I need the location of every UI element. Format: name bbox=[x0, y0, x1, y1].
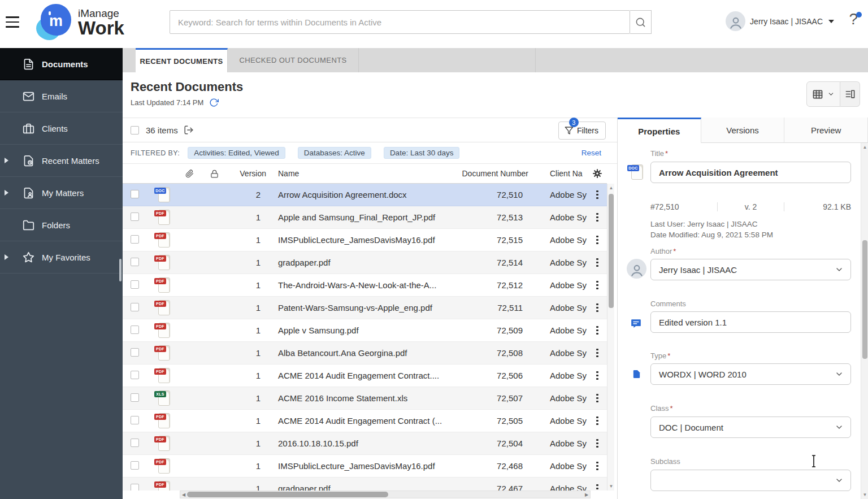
panel-tab-properties[interactable]: Properties bbox=[618, 118, 701, 143]
table-vertical-scrollbar[interactable]: ▲ ▼ bbox=[607, 184, 614, 491]
tab-recent-documents[interactable]: RECENT DOCUMENTS bbox=[136, 48, 228, 72]
scrollbar-thumb[interactable] bbox=[862, 240, 867, 359]
sidebar-scrollbar[interactable] bbox=[119, 259, 121, 281]
title-field[interactable]: Arrow Acquisition Agreement bbox=[650, 162, 851, 183]
panel-tab-preview[interactable]: Preview bbox=[784, 118, 868, 143]
column-header-name[interactable]: Name bbox=[266, 169, 452, 178]
document-name[interactable]: ACME 2014 Audit Engagement Contract (... bbox=[266, 416, 452, 426]
row-checkbox[interactable] bbox=[131, 235, 139, 244]
table-row[interactable]: PDF 1 gradpaper.pdf 72,467 Adobe Sy bbox=[123, 478, 607, 491]
document-name[interactable]: Apple and Samsung_Final_Report_JP.pdf bbox=[266, 212, 452, 222]
row-menu-button[interactable] bbox=[594, 437, 601, 450]
row-checkbox[interactable] bbox=[131, 416, 139, 424]
row-checkbox[interactable] bbox=[131, 484, 139, 491]
table-row[interactable]: PDF 1 IMSPublicLecture_JamesDavisMay16.p… bbox=[123, 455, 607, 478]
refresh-icon[interactable] bbox=[209, 98, 219, 107]
table-horizontal-scrollbar[interactable]: ◀ ▶ bbox=[180, 491, 591, 498]
view-mode-button[interactable] bbox=[806, 81, 840, 107]
expand-arrow-icon[interactable] bbox=[5, 190, 8, 196]
document-name[interactable]: IMSPublicLecture_JamesDavisMay16.pdf bbox=[266, 461, 452, 471]
user-menu[interactable]: Jerry Isaac | JISAAC bbox=[726, 0, 834, 42]
sidebar-item-recent-matters[interactable]: Recent Matters bbox=[0, 145, 123, 177]
scroll-down-arrow[interactable]: ▼ bbox=[861, 491, 868, 498]
scroll-down-arrow[interactable]: ▼ bbox=[607, 483, 615, 490]
sidebar-item-documents[interactable]: Documents bbox=[0, 48, 123, 80]
scrollbar-thumb[interactable] bbox=[187, 492, 388, 497]
scroll-up-arrow[interactable]: ▲ bbox=[861, 144, 868, 151]
table-row[interactable]: XLS 1 ACME 2016 Income Statement.xls 72,… bbox=[123, 387, 607, 410]
column-header-client-name[interactable]: Client Na bbox=[528, 169, 588, 178]
row-menu-button[interactable] bbox=[594, 414, 601, 428]
table-row[interactable]: PDF 1 ACME 2014 Audit Engagement Contrac… bbox=[123, 365, 607, 387]
row-checkbox[interactable] bbox=[131, 303, 139, 311]
table-row[interactable]: PDF 1 The-Android-Wars-A-New-Look-at-the… bbox=[123, 274, 607, 297]
table-row[interactable]: PDF 1 gradpaper.pdf 72,514 Adobe Sy bbox=[123, 251, 607, 274]
sidebar-item-my-matters[interactable]: My Matters bbox=[0, 177, 123, 209]
row-checkbox[interactable] bbox=[131, 439, 139, 447]
scroll-up-arrow[interactable]: ▲ bbox=[607, 184, 615, 192]
search-input[interactable] bbox=[170, 10, 630, 34]
document-name[interactable]: gradpaper.pdf bbox=[266, 258, 452, 267]
row-menu-button[interactable] bbox=[594, 256, 601, 270]
row-checkbox[interactable] bbox=[131, 280, 139, 289]
row-checkbox[interactable] bbox=[131, 371, 139, 379]
expand-arrow-icon[interactable] bbox=[5, 158, 8, 163]
table-row[interactable]: PDF 1 Apple v Samsung.pdf 72,509 Adobe S… bbox=[123, 319, 607, 342]
document-name[interactable]: 2016.10.18.10.15.pdf bbox=[266, 439, 452, 448]
document-name[interactable]: The-Android-Wars-A-New-Look-at-the-A... bbox=[266, 280, 452, 290]
panel-vertical-scrollbar[interactable]: ▲ ▼ bbox=[861, 143, 868, 499]
row-menu-button[interactable] bbox=[594, 346, 601, 360]
column-settings-gear-icon[interactable] bbox=[592, 168, 602, 179]
row-menu-button[interactable] bbox=[594, 392, 601, 405]
toggle-panel-button[interactable] bbox=[840, 81, 860, 107]
reset-filters-link[interactable]: Reset bbox=[581, 149, 601, 157]
row-menu-button[interactable] bbox=[594, 211, 601, 224]
scroll-right-arrow[interactable]: ▶ bbox=[583, 491, 590, 498]
search-button[interactable] bbox=[630, 10, 652, 34]
filter-chip[interactable]: Activities: Edited, Viewed bbox=[188, 147, 285, 159]
row-menu-button[interactable] bbox=[594, 301, 601, 315]
row-menu-button[interactable] bbox=[594, 482, 601, 491]
type-select[interactable]: WORDX | WORD 2010 bbox=[650, 363, 851, 385]
document-name[interactable]: gradpaper.pdf bbox=[266, 484, 452, 491]
document-name[interactable]: Alba Betancourt.Ana Georgina.pdf bbox=[266, 348, 452, 358]
row-checkbox[interactable] bbox=[131, 461, 139, 470]
table-row[interactable]: PDF 1 Apple and Samsung_Final_Report_JP.… bbox=[123, 206, 607, 229]
row-menu-button[interactable] bbox=[594, 459, 601, 473]
row-checkbox[interactable] bbox=[131, 348, 139, 357]
table-row[interactable]: PDF 1 2016.10.18.10.15.pdf 72,504 Adobe … bbox=[123, 432, 607, 455]
row-menu-button[interactable] bbox=[594, 324, 601, 337]
scroll-left-arrow[interactable]: ◀ bbox=[180, 491, 187, 498]
tab-checked-out-documents[interactable]: CHECKED OUT DOCUMENTS bbox=[228, 48, 359, 72]
paperclip-icon[interactable] bbox=[185, 170, 194, 178]
column-header-version[interactable]: Version bbox=[227, 169, 266, 178]
subclass-select[interactable] bbox=[650, 470, 851, 491]
document-name[interactable]: Arrow Acquisition Agreement.docx bbox=[266, 190, 452, 199]
document-name[interactable]: Patent-Wars-Samsung-vs-Apple_eng.pdf bbox=[266, 303, 452, 313]
select-all-checkbox[interactable] bbox=[131, 126, 139, 134]
hamburger-menu-icon[interactable] bbox=[6, 16, 19, 28]
author-select[interactable]: Jerry Isaac | JISAAC bbox=[650, 259, 851, 280]
sidebar-item-clients[interactable]: Clients bbox=[0, 112, 123, 145]
comments-field[interactable]: Edited version 1.1 bbox=[650, 311, 851, 333]
export-icon[interactable] bbox=[184, 125, 194, 135]
table-row[interactable]: PDF 1 ACME 2014 Audit Engagement Contrac… bbox=[123, 410, 607, 432]
column-header-document-number[interactable]: Document Number bbox=[452, 169, 528, 178]
filter-chip[interactable]: Date: Last 30 days bbox=[384, 147, 460, 159]
document-name[interactable]: ACME 2014 Audit Engagement Contract.... bbox=[266, 371, 452, 380]
expand-arrow-icon[interactable] bbox=[5, 254, 8, 260]
sidebar-item-emails[interactable]: Emails bbox=[0, 80, 123, 112]
document-name[interactable]: IMSPublicLecture_JamesDavisMay16.pdf bbox=[266, 235, 452, 245]
row-menu-button[interactable] bbox=[594, 188, 601, 202]
filters-button[interactable]: Filters 3 bbox=[558, 122, 606, 140]
row-checkbox[interactable] bbox=[131, 212, 139, 221]
document-name[interactable]: Apple v Samsung.pdf bbox=[266, 326, 452, 335]
panel-tab-versions[interactable]: Versions bbox=[701, 118, 785, 143]
table-row[interactable]: PDF 1 IMSPublicLecture_JamesDavisMay16.p… bbox=[123, 229, 607, 251]
row-checkbox[interactable] bbox=[131, 258, 139, 266]
table-row[interactable]: PDF 1 Alba Betancourt.Ana Georgina.pdf 7… bbox=[123, 342, 607, 365]
lock-icon[interactable] bbox=[210, 170, 219, 178]
help-button[interactable]: ? bbox=[849, 10, 858, 28]
row-menu-button[interactable] bbox=[594, 369, 601, 383]
document-name[interactable]: ACME 2016 Income Statement.xls bbox=[266, 393, 452, 403]
